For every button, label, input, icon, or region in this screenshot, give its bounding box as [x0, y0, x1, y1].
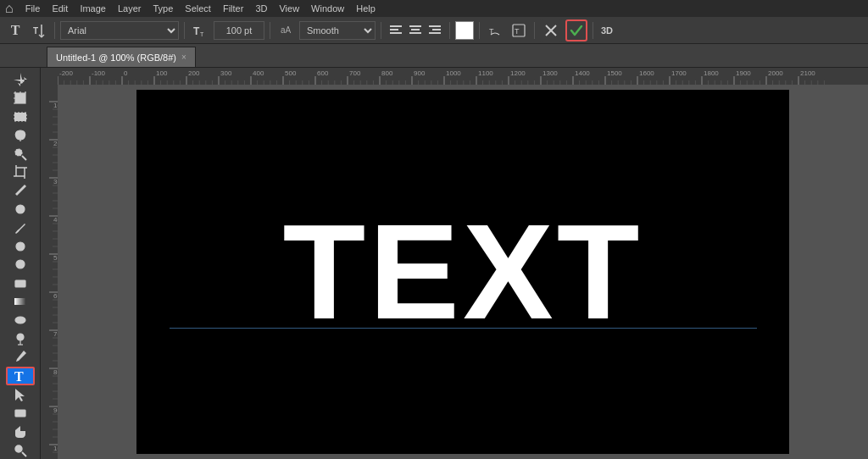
svg-text:500: 500: [285, 69, 297, 77]
ruler-corner: [41, 68, 58, 85]
menu-file[interactable]: File: [25, 3, 41, 14]
separator-3: [270, 22, 270, 39]
menu-image[interactable]: Image: [80, 3, 106, 14]
menu-select[interactable]: Select: [185, 3, 211, 14]
tool-eraser[interactable]: [6, 274, 35, 292]
svg-rect-9: [409, 32, 421, 34]
tool-spot-heal[interactable]: [6, 201, 35, 218]
align-right-button[interactable]: [426, 21, 444, 40]
menu-help[interactable]: Help: [356, 3, 376, 14]
svg-text:600: 600: [317, 69, 329, 77]
alignment-group: [387, 21, 444, 40]
svg-text:T: T: [193, 25, 200, 37]
font-family-select[interactable]: Arial: [60, 21, 179, 40]
separator-8: [593, 22, 593, 39]
text-orientation-icon[interactable]: T: [29, 20, 49, 41]
svg-rect-7: [409, 25, 421, 27]
menu-3d[interactable]: 3D: [255, 3, 267, 14]
tool-quick-select[interactable]: [6, 145, 35, 163]
svg-text:T: T: [200, 31, 204, 37]
tool-text[interactable]: T: [6, 367, 35, 385]
text-color-swatch[interactable]: [455, 21, 474, 40]
svg-text:1500: 1500: [607, 69, 622, 77]
tool-gradient[interactable]: [6, 293, 35, 311]
svg-point-29: [15, 149, 22, 156]
svg-point-44: [17, 334, 24, 340]
svg-text:1000: 1000: [446, 69, 461, 77]
tool-lasso[interactable]: [6, 126, 35, 144]
svg-rect-5: [390, 29, 398, 30]
svg-text:2100: 2100: [800, 69, 815, 77]
svg-rect-11: [432, 29, 441, 30]
menu-view[interactable]: View: [279, 3, 299, 14]
ps-home-icon[interactable]: ⌂: [5, 1, 14, 16]
svg-text:700: 700: [349, 69, 361, 77]
tool-clone[interactable]: [6, 237, 35, 255]
canvas-area: -200-10001002003004005006007008009001000…: [41, 68, 868, 459]
cancel-button[interactable]: [540, 19, 562, 41]
svg-line-51: [22, 452, 26, 456]
options-bar: T T Arial T T aA Smooth: [0, 17, 868, 44]
svg-text:-100: -100: [92, 69, 106, 77]
tool-move[interactable]: [6, 71, 35, 89]
menu-layer[interactable]: Layer: [118, 3, 142, 14]
tool-history[interactable]: [6, 256, 35, 274]
tool-zoom[interactable]: [6, 441, 35, 459]
tool-eyedropper[interactable]: [6, 182, 35, 200]
ruler-top-row: -200-10001002003004005006007008009001000…: [41, 68, 868, 85]
text-tool-icon[interactable]: T: [5, 20, 25, 41]
canvas[interactable]: TEXT: [136, 90, 789, 454]
svg-text:1400: 1400: [575, 69, 590, 77]
svg-text:-200: -200: [59, 69, 74, 77]
tab-close-button[interactable]: ×: [181, 53, 186, 62]
tool-hand[interactable]: [6, 423, 35, 440]
v-ruler-svg: 1002003004005006007008009001000: [41, 85, 58, 459]
svg-text:900: 900: [414, 69, 426, 77]
svg-rect-27: [14, 113, 26, 121]
menu-window[interactable]: Window: [311, 3, 344, 14]
font-size-input[interactable]: [214, 21, 264, 40]
separator-7: [534, 22, 535, 39]
main-area: 1002003004005006007008009001000 TEXT: [41, 85, 868, 459]
anti-alias-icon: aA: [275, 20, 296, 41]
tab-bar: Untitled-1 @ 100% (RGB/8#) ×: [0, 44, 868, 68]
svg-text:2000: 2000: [768, 69, 783, 77]
svg-rect-4: [390, 25, 402, 27]
character-panel-button[interactable]: T: [509, 20, 529, 41]
svg-rect-10: [429, 25, 441, 27]
tool-dodge[interactable]: [6, 329, 35, 347]
svg-text:1200: 1200: [510, 69, 526, 77]
svg-text:100: 100: [156, 69, 168, 77]
tool-path-select[interactable]: [6, 386, 35, 404]
align-left-button[interactable]: [387, 21, 405, 40]
three-d-button[interactable]: 3D: [598, 24, 615, 37]
align-center-button[interactable]: [406, 21, 425, 40]
tool-brush[interactable]: [6, 218, 35, 236]
separator-5: [449, 22, 450, 39]
svg-text:1700: 1700: [671, 69, 687, 77]
svg-text:1800: 1800: [704, 69, 719, 77]
svg-text:300: 300: [220, 69, 232, 77]
tool-pen[interactable]: [6, 348, 35, 366]
svg-rect-40: [15, 280, 25, 287]
svg-rect-41: [14, 298, 26, 305]
commit-button[interactable]: [565, 19, 587, 41]
tool-marquee[interactable]: [6, 108, 35, 126]
menu-type[interactable]: Type: [153, 3, 173, 14]
warp-text-button[interactable]: T: [485, 20, 505, 41]
tool-artboard[interactable]: [6, 90, 35, 108]
svg-text:800: 800: [381, 69, 393, 77]
tool-blur[interactable]: [6, 311, 35, 329]
anti-alias-select[interactable]: Smooth: [299, 21, 376, 40]
tool-crop[interactable]: [6, 163, 35, 181]
menu-filter[interactable]: Filter: [223, 3, 243, 14]
tool-shape[interactable]: [6, 405, 35, 423]
svg-text:T: T: [515, 27, 520, 36]
menu-edit[interactable]: Edit: [52, 3, 68, 14]
canvas-scroll[interactable]: TEXT: [58, 85, 868, 459]
canvas-text-element[interactable]: TEXT: [283, 204, 643, 340]
separator-2: [184, 22, 185, 39]
document-tab[interactable]: Untitled-1 @ 100% (RGB/8#) ×: [47, 47, 196, 67]
svg-text:1900: 1900: [736, 69, 751, 77]
left-toolbar: T: [0, 68, 41, 459]
